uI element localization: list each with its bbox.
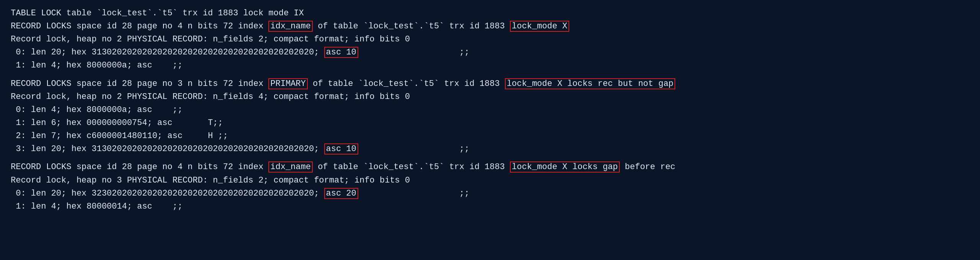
highlight-segment: PRIMARY	[268, 78, 307, 89]
highlight-segment: asc 10	[324, 143, 358, 155]
terminal-line: RECORD LOCKS space id 28 page no 4 n bit…	[11, 161, 969, 174]
terminal-line: RECORD LOCKS space id 28 page no 4 n bit…	[11, 20, 969, 33]
terminal-line: TABLE LOCK table `lock_test`.`t5` trx id…	[11, 7, 969, 20]
highlight-segment: lock_mode X locks gap	[510, 161, 620, 173]
terminal-line: 0: len 20; hex 3130202020202020202020202…	[11, 46, 969, 59]
terminal-line: 2: len 7; hex c6000001480110; asc H ;;	[11, 130, 969, 143]
terminal-line: 0: len 20; hex 3230202020202020202020202…	[11, 187, 969, 200]
terminal-line: 1: len 4; hex 80000014; asc ;;	[11, 200, 969, 213]
highlight-segment: idx_name	[268, 21, 313, 32]
terminal-line: Record lock, heap no 2 PHYSICAL RECORD: …	[11, 91, 969, 104]
spacer-line	[11, 72, 969, 77]
highlight-segment: asc 20	[324, 188, 358, 199]
terminal-line: Record lock, heap no 3 PHYSICAL RECORD: …	[11, 174, 969, 187]
terminal-line: 1: len 4; hex 8000000a; asc ;;	[11, 59, 969, 72]
terminal-line: RECORD LOCKS space id 28 page no 3 n bit…	[11, 77, 969, 91]
terminal-line: Record lock, heap no 2 PHYSICAL RECORD: …	[11, 33, 969, 46]
highlight-segment: lock_mode X locks rec but not gap	[505, 78, 676, 89]
highlight-segment: idx_name	[268, 161, 313, 173]
spacer-line	[11, 156, 969, 161]
terminal-line: 1: len 6; hex 000000000754; asc T;;	[11, 117, 969, 130]
terminal-line: 3: len 20; hex 3130202020202020202020202…	[11, 143, 969, 156]
terminal-line: 0: len 4; hex 8000000a; asc ;;	[11, 104, 969, 117]
highlight-segment: lock_mode X	[510, 21, 569, 32]
terminal-output: TABLE LOCK table `lock_test`.`t5` trx id…	[11, 7, 969, 213]
highlight-segment: asc 10	[324, 47, 358, 58]
